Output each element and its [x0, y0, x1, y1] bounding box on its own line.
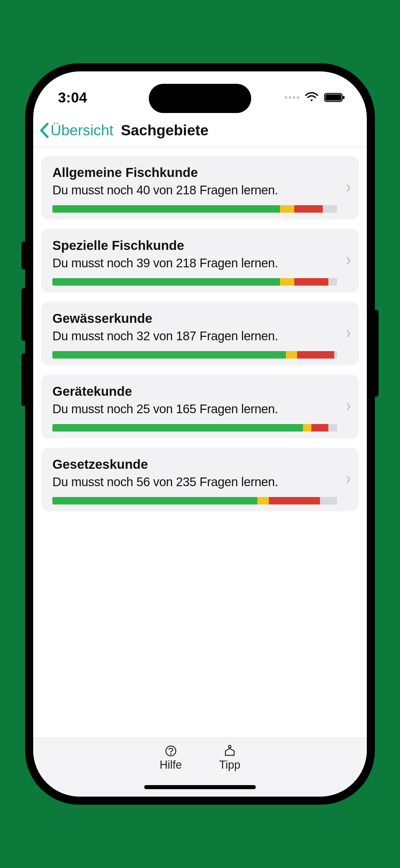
screen: 3:04 — [33, 71, 367, 797]
tip-label: Tipp — [219, 758, 241, 771]
svg-point-4 — [170, 753, 171, 755]
progress-segment-red — [269, 497, 320, 504]
progress-bar — [53, 278, 337, 286]
content-scroll[interactable]: Allgemeine FischkundeDu musst noch 40 vo… — [33, 147, 367, 738]
progress-segment-grey — [323, 205, 337, 213]
progress-segment-grey — [328, 278, 337, 286]
progress-segment-green — [53, 424, 303, 432]
chevron-left-icon — [39, 122, 50, 139]
back-button[interactable]: Übersicht — [39, 122, 113, 139]
progress-bar — [53, 205, 337, 213]
card-title: Gesetzeskunde — [53, 457, 337, 472]
card-title: Gerätekunde — [53, 384, 337, 399]
back-label: Übersicht — [51, 122, 113, 139]
progress-segment-red — [294, 278, 328, 286]
card-title: Spezielle Fischkunde — [53, 238, 337, 253]
svg-point-5 — [229, 745, 231, 748]
progress-segment-red — [294, 205, 323, 213]
status-time: 3:04 — [58, 89, 87, 106]
progress-segment-green — [53, 205, 280, 213]
tip-icon — [224, 745, 236, 757]
device-side-button — [22, 242, 26, 270]
device-side-button — [22, 288, 26, 341]
subject-card[interactable]: Spezielle FischkundeDu musst noch 39 von… — [41, 229, 359, 292]
chevron-right-icon: › — [346, 397, 351, 414]
subject-card[interactable]: GerätekundeDu musst noch 25 von 165 Frag… — [41, 375, 359, 438]
subject-card[interactable]: Allgemeine FischkundeDu musst noch 40 vo… — [41, 156, 359, 219]
subject-card[interactable]: GewässerkundeDu musst noch 32 von 187 Fr… — [41, 302, 359, 365]
chevron-right-icon: › — [346, 469, 351, 487]
card-subtitle: Du musst noch 25 von 165 Fragen lernen. — [53, 402, 337, 416]
card-subtitle: Du musst noch 56 von 235 Fragen lernen. — [53, 475, 337, 489]
progress-bar — [53, 497, 337, 504]
device-frame: 3:04 — [26, 65, 374, 803]
help-icon — [165, 745, 177, 757]
home-indicator — [144, 785, 256, 789]
progress-segment-grey — [320, 497, 337, 504]
chevron-right-icon: › — [346, 178, 351, 195]
card-title: Gewässerkunde — [53, 311, 337, 326]
wifi-icon — [305, 92, 319, 103]
progress-segment-green — [53, 351, 286, 359]
progress-segment-grey — [334, 351, 337, 359]
card-subtitle: Du musst noch 40 von 218 Fragen lernen. — [53, 183, 337, 197]
status-right — [285, 92, 345, 103]
progress-segment-yellow — [280, 278, 294, 286]
cellular-icon — [285, 96, 299, 99]
battery-icon — [324, 93, 345, 102]
progress-segment-yellow — [280, 205, 294, 213]
chevron-right-icon: › — [346, 323, 351, 341]
progress-segment-yellow — [303, 424, 312, 432]
dynamic-island — [149, 84, 251, 113]
chevron-right-icon: › — [346, 251, 351, 268]
help-label: Hilfe — [160, 758, 182, 771]
svg-rect-2 — [343, 96, 344, 99]
progress-bar — [53, 351, 337, 359]
navigation-bar: Übersicht Sachgebiete — [33, 118, 367, 147]
device-side-button — [374, 310, 378, 397]
svg-rect-1 — [325, 94, 341, 101]
progress-segment-grey — [328, 424, 337, 432]
card-subtitle: Du musst noch 39 von 218 Fragen lernen. — [53, 256, 337, 270]
progress-segment-green — [53, 278, 280, 286]
help-button[interactable]: Hilfe — [160, 745, 182, 771]
tip-button[interactable]: Tipp — [219, 745, 241, 771]
card-title: Allgemeine Fischkunde — [53, 165, 337, 180]
progress-segment-green — [53, 497, 257, 504]
device-side-button — [22, 353, 26, 406]
progress-segment-yellow — [286, 351, 297, 359]
progress-segment-red — [297, 351, 334, 359]
page-title: Sachgebiete — [121, 122, 209, 139]
card-subtitle: Du musst noch 32 von 187 Fragen lernen. — [53, 329, 337, 343]
progress-bar — [53, 424, 337, 432]
subject-card[interactable]: GesetzeskundeDu musst noch 56 von 235 Fr… — [41, 448, 359, 511]
progress-segment-yellow — [257, 497, 269, 504]
progress-segment-red — [311, 424, 328, 432]
